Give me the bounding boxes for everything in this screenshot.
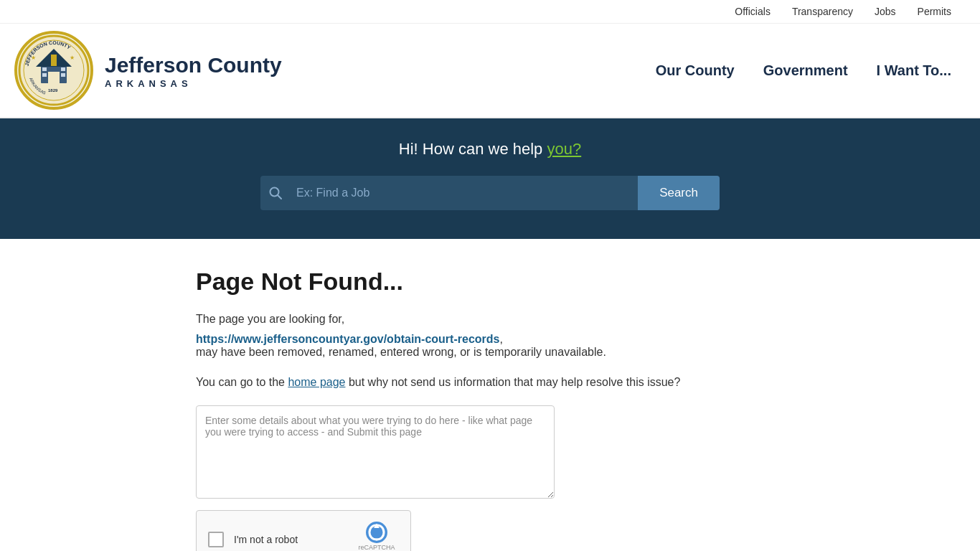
- svg-rect-8: [42, 67, 47, 71]
- recaptcha-logo-svg: [365, 521, 388, 544]
- main-header: JEFFERSON COUNTY ARKANSAS ★ ★ 1: [0, 24, 980, 118]
- hero-tagline-prefix: Hi! How can we help: [399, 140, 547, 158]
- home-page-link[interactable]: home page: [288, 376, 345, 388]
- nav-transparency[interactable]: Transparency: [792, 6, 853, 17]
- captcha-label: I'm not a robot: [234, 534, 298, 545]
- captcha-checkbox[interactable]: [208, 532, 224, 547]
- comma-separator: ,: [499, 333, 502, 345]
- captcha-widget: I'm not a robot reCAPTCHA Privacy - Term…: [196, 510, 411, 551]
- svg-rect-10: [42, 73, 47, 77]
- seal-svg: JEFFERSON COUNTY ARKANSAS ★ ★ 1: [18, 34, 90, 106]
- error-description-line1: The page you are looking for,: [196, 310, 784, 329]
- county-seal: JEFFERSON COUNTY ARKANSAS ★ ★ 1: [14, 31, 93, 110]
- svg-text:★: ★: [31, 55, 36, 61]
- captcha-left: I'm not a robot: [208, 532, 298, 547]
- error-description-line2: may have been removed, renamed, entered …: [196, 346, 784, 359]
- svg-text:1829: 1829: [48, 88, 58, 93]
- page-title: Page Not Found...: [196, 268, 784, 296]
- svg-rect-5: [48, 72, 60, 83]
- nav-i-want-to[interactable]: I Want To...: [877, 62, 951, 79]
- nav-government[interactable]: Government: [763, 62, 848, 79]
- main-nav: Our County Government I Want To...: [656, 62, 951, 79]
- nav-officials[interactable]: Officials: [735, 6, 771, 17]
- nav-jobs[interactable]: Jobs: [875, 6, 896, 17]
- top-utility-nav: Officials Transparency Jobs Permits: [0, 0, 980, 24]
- svg-rect-11: [61, 73, 65, 77]
- svg-text:★: ★: [70, 55, 75, 61]
- feedback-textarea[interactable]: [196, 405, 555, 499]
- search-icon: [260, 176, 291, 210]
- svg-rect-9: [61, 67, 65, 71]
- main-content: Page Not Found... The page you are looki…: [167, 239, 813, 551]
- home-prompt-prefix: You can go to the: [196, 376, 288, 388]
- home-link-text: You can go to the home page but why not …: [196, 373, 784, 392]
- search-bar: Search: [260, 176, 720, 210]
- logo-area: JEFFERSON COUNTY ARKANSAS ★ ★ 1: [14, 31, 282, 110]
- hero-tagline: Hi! How can we help you?: [29, 140, 951, 159]
- search-input[interactable]: [291, 176, 638, 210]
- hero-tagline-highlight: you?: [547, 140, 581, 158]
- home-prompt-suffix: but why not send us information that may…: [345, 376, 680, 388]
- captcha-logo: reCAPTCHA Privacy - Terms: [354, 521, 399, 551]
- site-name-line1: Jefferson County: [105, 52, 282, 78]
- hero-section: Hi! How can we help you? Search: [0, 118, 980, 239]
- search-button[interactable]: Search: [638, 176, 720, 210]
- recaptcha-brand: reCAPTCHA: [359, 544, 395, 551]
- missing-url-link[interactable]: https://www.jeffersoncountyar.gov/obtain…: [196, 333, 499, 345]
- svg-line-16: [278, 195, 281, 199]
- site-title: Jefferson County ARKANSAS: [105, 52, 282, 89]
- nav-permits[interactable]: Permits: [918, 6, 951, 17]
- nav-our-county[interactable]: Our County: [656, 62, 735, 79]
- site-name-line2: ARKANSAS: [105, 78, 282, 89]
- svg-rect-7: [51, 55, 57, 66]
